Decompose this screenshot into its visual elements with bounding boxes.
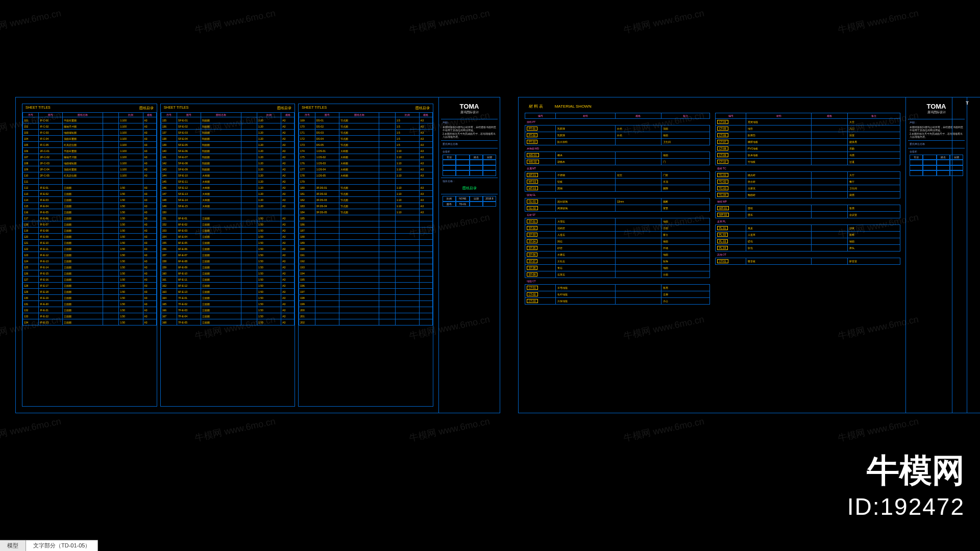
brand-overlay: 牛模网 ID:192472 [847,448,965,520]
client-label: 委托单位名称 [443,142,496,146]
layout-tabs: 模型 文字部分（TD-01-05） [0,540,98,551]
scale-value: NONE [456,196,469,202]
sheet-index-table-3: 序号图号图纸名称比例规格169DS-01节点图1:5A3170DS-02节点图1… [299,112,433,325]
drawing-sheet-1: SHEET TITLES图纸目录 序号图号图纸名称比例规格101IF-C-01平… [15,97,500,413]
material-table-2: 编号材料规格备注CT-04尼龙地毯大堂CT-05地垫入口CT-06防滑垫浴室CT… [715,113,900,265]
drawing-sheet-3-partial: T [952,97,980,413]
notes-label: 声明： [443,121,496,124]
material-title: 材 料 表 MATERIAL SHOWN [529,104,592,109]
dwg-label: 图号 [443,202,456,207]
project-label: 项目名称： [443,180,496,183]
company-logo: TOMA [441,103,498,110]
col-header-en: SHEET TITLES [26,106,51,111]
company-subtitle: 唐玛国际设计 [441,110,498,115]
title-block-1: TOMA 唐玛国际设计 声明： 本图纸版权归唐玛公司所有，未经授权书面同意不得用… [438,97,500,413]
material-column-1: 编号材料规格备注涂料 PTPT-01乳胶漆白色顶面PT-02乳胶漆白色墙面PT-… [525,113,710,407]
col-header-cn: 图纸目录 [139,106,154,111]
notes-text-2: 2.本图所标注尺寸为完成面尺寸，若与现场有出入以现场为准。 [443,132,496,139]
dwg-value: TD-01 [456,202,469,207]
material-title-cn: 材 料 表 [529,104,543,109]
cad-canvas[interactable]: SHEET TITLES图纸目录 序号图号图纸名称比例规格101IF-C-01平… [0,0,980,551]
material-table-1: 编号材料规格备注涂料 PTPT-01乳胶漆白色顶面PT-02乳胶漆白色墙面PT-… [525,113,710,305]
drawing-sheet-2: 材 料 表 MATERIAL SHOWN 编号材料规格备注涂料 PTPT-01乳… [518,97,967,413]
col-header-en: SHEET TITLES [302,106,327,111]
material-content: 编号材料规格备注涂料 PTPT-01乳胶漆白色顶面PT-02乳胶漆白色墙面PT-… [525,113,900,407]
signature-grid: 专业姓名日期 [443,155,496,176]
sheet-titles-content: SHEET TITLES图纸目录 序号图号图纸名称比例规格101IF-C-01平… [22,104,433,407]
sheet-index-table-1: 序号图号图纸名称比例规格101IF-C-01平面布置图1:100A3102IF-… [22,112,157,325]
company-logo-partial: T [952,101,980,106]
tab-text-part[interactable]: 文字部分（TD-01-05） [26,540,98,551]
brand-id: ID:192472 [847,493,965,520]
material-title-en: MATERIAL SHOWN [555,104,592,109]
tab-model[interactable]: 模型 [0,540,26,551]
material-column-2: 编号材料规格备注CT-04尼龙地毯大堂CT-05地垫入口CT-06防滑垫浴室CT… [715,113,900,407]
brand-name: 牛模网 [847,448,965,493]
sheet-column-3: SHEET TITLES图纸目录 序号图号图纸名称比例规格169DS-01节点图… [298,104,433,407]
notes-text: 本图纸版权归唐玛公司所有，未经授权书面同意不得用于其他任何商业用途。 [443,126,496,132]
sheet-column-2: SHEET TITLES图纸目录 序号图号图纸名称比例规格135SF-E-01剖… [160,104,296,407]
project-name: 图纸目录 [443,184,496,192]
sheet-column-1: SHEET TITLES图纸目录 序号图号图纸名称比例规格101IF-C-01平… [22,104,157,407]
scale-label: 比例 [443,196,456,202]
rev-label: 会签栏 [443,150,496,154]
date-value: 2018.8 [483,196,496,202]
date-label: 日期 [470,196,483,202]
col-header-en: SHEET TITLES [164,106,189,111]
col-header-cn: 图纸目录 [415,106,430,111]
sheet-index-table-2: 序号图号图纸名称比例规格135SF-E-01剖面图1:20A3136SF-E-0… [161,112,295,325]
col-header-cn: 图纸目录 [277,106,291,111]
